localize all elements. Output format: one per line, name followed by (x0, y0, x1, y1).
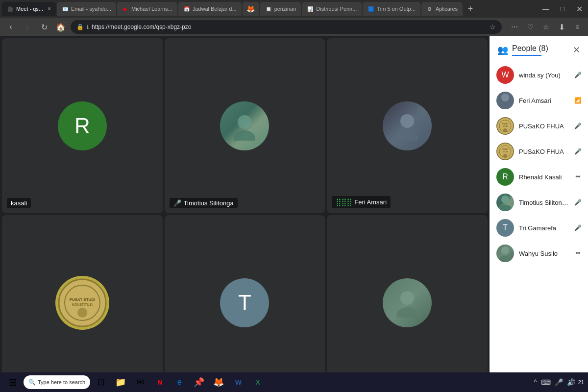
avatar-pusako2: PUSAT STUDI (496, 143, 514, 160)
svg-text:KONSTITUSI: KONSTITUSI (72, 303, 93, 306)
download-icon[interactable]: ⬇ (555, 20, 568, 34)
people-label: People (512, 44, 537, 52)
tab-label-email: Email - syahdu... (71, 6, 111, 12)
avatar-rhenald: R (58, 101, 107, 150)
avatar-tri: T (220, 278, 269, 327)
edge-icon[interactable]: e (171, 373, 188, 391)
word-icon[interactable]: W (229, 373, 247, 391)
tab-email[interactable]: 📧 Email - syahdu... (57, 2, 116, 16)
person-item-pusako2[interactable]: PUSAT STUDI PUSaKO FHUA 🎤 (490, 139, 588, 164)
avatar-wahyu-panel (496, 245, 514, 262)
tab-perizinan[interactable]: 🔲 perizinan (260, 2, 301, 16)
speaker-icon[interactable]: 🔊 (566, 377, 576, 387)
tab-meet[interactable]: 🎥 Meet - qs... × (2, 2, 56, 16)
taskbar-search-text: Type here to search (38, 379, 85, 385)
maximize-icon[interactable]: □ (556, 2, 569, 16)
pusako-logo-svg: PUSAT STUDI KONSTITUSI (58, 278, 107, 327)
pin-icon[interactable]: 📌 (190, 373, 208, 391)
tab-label-michael: Michael Learns... (131, 6, 172, 12)
person-item-rhenald-panel[interactable]: R Rhenald Kasali ••• (490, 164, 588, 190)
windows-start-icon[interactable]: ⊞ (4, 373, 22, 391)
svg-point-22 (503, 154, 507, 158)
name-wahyu-panel: Wahyu Susilo (519, 250, 569, 257)
firefox-taskbar-icon[interactable]: 🦊 (210, 373, 227, 391)
photo-timotius (220, 101, 269, 150)
timotius-photo-svg (230, 111, 259, 141)
task-view-icon[interactable]: ⊡ (92, 373, 110, 391)
reload-button[interactable]: ↻ (37, 20, 51, 34)
tab-label-jadwal: Jadwal Belajar d... (193, 6, 237, 12)
video-tile-tri: T 🎤 Tri Gamarefa (165, 215, 325, 390)
microphone-sys-icon[interactable]: 🎤 (554, 377, 564, 387)
back-button[interactable]: ‹ (4, 20, 18, 34)
address-bar: ‹ › ↻ 🏠 🔒 ℹ https://meet.google.com/qsp-… (0, 18, 588, 36)
heart-icon[interactable]: ♡ (523, 20, 537, 34)
tab-label-aplicares: Aplicares (436, 6, 458, 12)
tab-aplicares[interactable]: ⚙ Aplicares (421, 2, 463, 16)
name-bar-rhenald: kasali (7, 198, 31, 208)
name-winda: winda sy (You) (519, 72, 569, 79)
keyboard-icon[interactable]: ⌨ (540, 377, 552, 387)
people-panel-close-icon[interactable]: ✕ (573, 45, 580, 55)
menu-icon[interactable]: ≡ (570, 20, 584, 34)
svg-text:PUSAT: PUSAT (502, 148, 509, 150)
photo-feri (383, 101, 432, 150)
taskbar-right: ^ ⌨ 🎤 🔊 21 (478, 372, 588, 392)
tab-distribusi[interactable]: 📊 Distribusi Perin... (302, 2, 362, 16)
svg-text:PUSAT: PUSAT (502, 122, 509, 125)
netflix-icon[interactable]: N (151, 373, 169, 391)
name-pusako2: PUSaKO FHUA (519, 148, 569, 155)
new-tab-button[interactable]: + (464, 2, 477, 16)
tab-tim5[interactable]: 🟦 Tim 5 on Outp... (363, 2, 420, 16)
video-grid: R kasali 🎤 Timotius Silitonga (0, 36, 490, 392)
chevron-up-icon[interactable]: ^ (533, 377, 538, 387)
tab-close-meet[interactable]: × (48, 5, 51, 12)
mail-icon[interactable]: ✉ (131, 373, 149, 391)
taskbar-search-bar[interactable]: 🔍 Type here to search (24, 375, 90, 389)
tab-michael[interactable]: ▶ Michael Learns... (117, 2, 177, 16)
person-item-pusako1[interactable]: PUSAT STUDI PUSaKO FHUA 🎤 (490, 113, 588, 139)
person-item-timotius-panel[interactable]: Timotius Silitong... 🎤 (490, 190, 588, 215)
wahyu-panel-svg (496, 245, 514, 262)
people-header: 👥 People (8) ✕ (490, 36, 588, 60)
bookmark-icon[interactable]: ☆ (539, 20, 553, 34)
svg-point-0 (238, 115, 251, 129)
tab-jadwal[interactable]: 📅 Jadwal Belajar d... (178, 2, 242, 16)
people-count: (8) (539, 44, 548, 52)
excel-icon[interactable]: X (249, 373, 267, 391)
home-button[interactable]: 🏠 (54, 20, 68, 34)
file-explorer-icon[interactable]: 📁 (112, 373, 129, 391)
feri-photo-svg (392, 111, 422, 141)
tab-favicon-jadwal: 📅 (183, 5, 190, 12)
person-item-wahyu-panel[interactable]: Wahyu Susilo ••• (490, 241, 588, 266)
status-rhenald-panel: ••• (574, 173, 581, 180)
svg-point-1 (234, 130, 255, 141)
svg-point-12 (499, 103, 512, 109)
tab-bar: 🎥 Meet - qs... × 📧 Email - syahdu... ▶ M… (0, 0, 588, 18)
photo-wahyu (383, 278, 432, 327)
tab-favicon-meet: 🎥 (7, 5, 14, 12)
main-area: R kasali 🎤 Timotius Silitonga (0, 36, 588, 392)
minimize-icon[interactable]: — (539, 2, 553, 16)
extensions-icon[interactable]: ⋯ (508, 20, 521, 34)
taskbar: ⊞ 🔍 Type here to search ⊡ 📁 ✉ N e 📌 🦊 W … (0, 372, 478, 392)
name-feri: Feri Amsari (354, 198, 387, 206)
svg-text:PUSAT STUDI: PUSAT STUDI (69, 297, 95, 302)
tab-favicon-email: 📧 (62, 5, 69, 12)
close-browser-icon[interactable]: ✕ (572, 2, 586, 16)
tab-firefox[interactable]: 🦊 (243, 2, 259, 16)
url-bar[interactable]: 🔒 ℹ https://meet.google.com/qsp-xbgz-pzo… (71, 20, 502, 34)
person-item-feri-panel[interactable]: Feri Amsari 📶 (490, 88, 588, 113)
feri-panel-svg (496, 92, 514, 109)
svg-point-25 (501, 246, 509, 254)
star-icon[interactable]: ☆ (490, 23, 496, 31)
svg-point-17 (503, 128, 507, 132)
status-wahyu-panel: ••• (574, 250, 581, 257)
tab-favicon-aplicares: ⚙ (426, 5, 433, 12)
toolbar-icons: ⋯ ♡ ☆ ⬇ ≡ (508, 20, 584, 34)
svg-text:STUDI: STUDI (503, 125, 508, 127)
forward-button[interactable]: › (21, 20, 34, 34)
person-item-tri-panel[interactable]: T Tri Gamarefa 🎤 (490, 215, 588, 241)
people-list: W winda sy (You) 🎤 Feri Amsari 📶 (490, 60, 588, 392)
person-item-winda[interactable]: W winda sy (You) 🎤 (490, 62, 588, 88)
